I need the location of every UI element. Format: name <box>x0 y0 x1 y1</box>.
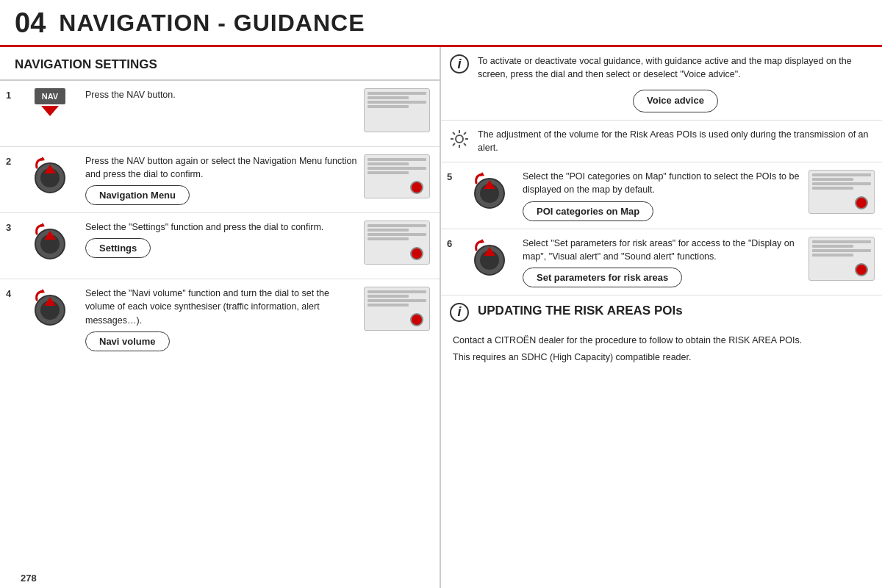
page: 04 NAVIGATION - GUIDANCE NAVIGATION SETT… <box>0 0 882 588</box>
svg-point-12 <box>456 135 463 143</box>
step-6-image <box>806 237 876 281</box>
chapter-number: 04 <box>15 7 46 39</box>
step-1-image <box>360 88 434 132</box>
step-4-row: 4 Select the "Navi volume" function and … <box>0 279 440 358</box>
step-2-icon <box>21 154 79 196</box>
step-6-row: 6 Select "Set parameters for risk areas"… <box>441 229 882 295</box>
step-1-text: Press the NAV button. <box>85 88 357 101</box>
step-4-number: 4 <box>6 287 21 299</box>
step-6-text: Select "Set parameters for risk areas" f… <box>523 237 806 263</box>
info-row-3: i UPDATING THE RISK AREAS POIs <box>441 295 882 331</box>
step-3-text: Select the "Settings" function and press… <box>85 220 357 234</box>
step-5-content: Select the "POI categories on Map" funct… <box>523 170 806 220</box>
step-2-text: Press the NAV button again or select the… <box>85 154 357 181</box>
step-3-row: 3 Select the "Settings" function and pre… <box>0 213 440 279</box>
navi-volume-button: Navi volume <box>85 331 170 351</box>
info-text-1: To activate or deactivate vocal guidance… <box>478 54 873 112</box>
navigation-menu-button: Navigation Menu <box>85 185 190 205</box>
step-5-number: 5 <box>447 170 462 182</box>
step-1-icon: NAV <box>21 88 79 116</box>
step-1-row: 1 NAV Press the NAV button. <box>0 81 440 147</box>
step-6-icon <box>462 237 517 278</box>
step-2-content: Press the NAV button again or select the… <box>85 154 360 205</box>
info-icon-2: i <box>450 303 469 322</box>
step-4-image <box>360 287 434 331</box>
step-3-icon <box>21 220 79 262</box>
step-5-row: 5 Select the "POI categories on Map" fun… <box>441 162 882 229</box>
update-title: UPDATING THE RISK AREAS POIs <box>478 303 873 319</box>
step-5-icon <box>462 170 517 211</box>
chapter-title: NAVIGATION - GUIDANCE <box>59 10 365 37</box>
poi-categories-button: POI categories on Map <box>523 201 653 221</box>
right-column: i To activate or deactivate vocal guidan… <box>441 47 882 588</box>
svg-line-19 <box>464 132 466 135</box>
dial-icon-6 <box>469 237 510 278</box>
step-4-content: Select the "Navi volume" function and tu… <box>85 287 360 351</box>
nav-button: NAV <box>35 88 65 104</box>
step-1-number: 1 <box>6 88 21 101</box>
dial-icon-5 <box>469 170 510 211</box>
svg-line-17 <box>453 132 455 135</box>
update-text-2: This requires an SDHC (High Capacity) co… <box>453 351 870 365</box>
step-2-image <box>360 154 434 198</box>
step-6-content: Select "Set parameters for risk areas" f… <box>523 237 806 287</box>
main-content: NAVIGATION SETTINGS 1 NAV Press the NAV … <box>0 47 882 588</box>
step-2-number: 2 <box>6 154 21 167</box>
info-row-1: i To activate or deactivate vocal guidan… <box>441 47 882 121</box>
step-1-content: Press the NAV button. <box>85 88 360 106</box>
svg-line-18 <box>464 143 466 146</box>
settings-button: Settings <box>85 238 151 258</box>
page-header: 04 NAVIGATION - GUIDANCE <box>0 0 882 47</box>
nav-arrow-icon <box>41 106 59 116</box>
step-4-icon <box>21 287 79 328</box>
step-3-number: 3 <box>6 220 21 233</box>
page-number: 278 <box>9 570 49 587</box>
update-text-1: Contact a CITROËN dealer for the procedu… <box>453 334 870 348</box>
step-5-image <box>806 170 876 214</box>
nav-settings-section: NAVIGATION SETTINGS <box>0 47 440 81</box>
step-3-content: Select the "Settings" function and press… <box>85 220 360 258</box>
step-6-number: 6 <box>447 237 462 249</box>
dial-icon-4 <box>29 287 71 328</box>
step-4-text: Select the "Navi volume" function and tu… <box>85 287 357 326</box>
info-icon-1: i <box>450 54 469 74</box>
update-section: Contact a CITROËN dealer for the procedu… <box>441 331 882 588</box>
page-number-container: 278 <box>0 568 440 588</box>
sun-icon <box>450 128 469 148</box>
info-paragraph-1: To activate or deactivate vocal guidance… <box>478 54 873 81</box>
step-2-row: 2 Press the NAV button again or select t… <box>0 147 440 213</box>
nav-settings-title: NAVIGATION SETTINGS <box>15 57 157 71</box>
step-3-image <box>360 220 434 265</box>
step-5-text: Select the "POI categories on Map" funct… <box>523 170 806 196</box>
left-column: NAVIGATION SETTINGS 1 NAV Press the NAV … <box>0 47 441 588</box>
info-text-2: The adjustment of the volume for the Ris… <box>478 128 873 154</box>
svg-line-20 <box>453 143 455 146</box>
set-parameters-button: Set parameters for risk areas <box>523 268 682 287</box>
voice-advice-button: Voice advice <box>633 90 718 112</box>
dial-icon-3 <box>29 220 71 262</box>
info-row-2: The adjustment of the volume for the Ris… <box>441 121 882 162</box>
dial-icon-2 <box>29 154 71 196</box>
